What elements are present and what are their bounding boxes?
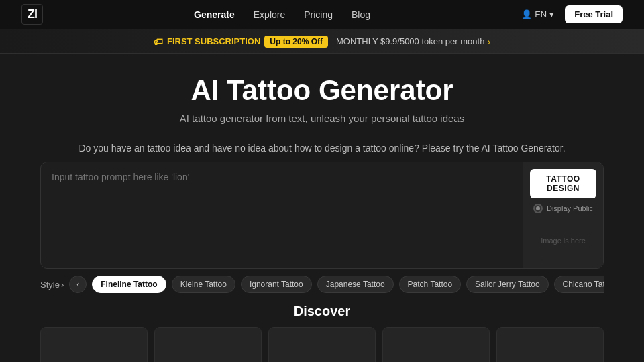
style-bar: Style › ‹ Fineline Tattoo Kleine Tattoo … [40, 269, 604, 293]
user-icon: 👤 [521, 9, 532, 19]
discover-card-3[interactable] [268, 327, 376, 362]
navbar: ZI Generate Explore Pricing Blog 👤 EN ▾ … [0, 0, 644, 29]
hero-section: AI Tattoo Generator AI tattoo generator … [0, 54, 644, 135]
discover-grid [40, 327, 604, 362]
promo-badge: Up to 20% Off [264, 36, 328, 48]
style-chip-chicano[interactable]: Chicano Tattoo [554, 276, 604, 293]
logo-text: ZI [28, 7, 37, 21]
style-chip-japanese[interactable]: Japanese Tattoo [317, 276, 394, 293]
discover-section: Discover [0, 293, 644, 362]
style-label: Style › [40, 280, 64, 290]
chevron-right-icon: › [61, 280, 64, 290]
radio-inner [536, 206, 540, 210]
hero-title: AI Tattoo Generator [13, 75, 631, 106]
style-chip-patch[interactable]: Patch Tattoo [399, 276, 462, 293]
image-placeholder-text: Image is here [541, 237, 586, 245]
promo-banner: 🏷 FIRST SUBSCRIPTION Up to 20% Off MONTH… [0, 29, 644, 54]
generator-section: Do you have an tattoo idea and have no i… [0, 135, 644, 293]
nav-generate[interactable]: Generate [194, 9, 235, 20]
promo-right[interactable]: MONTHLY $9.9/5000 token per month › [336, 36, 490, 47]
nav-pricing[interactable]: Pricing [304, 9, 333, 20]
promo-left: 🏷 FIRST SUBSCRIPTION Up to 20% Off [154, 36, 328, 48]
image-placeholder: Image is here [541, 220, 586, 261]
style-chip-fineline[interactable]: Fineline Tattoo [92, 276, 166, 293]
free-trial-button[interactable]: Free Trial [565, 5, 623, 23]
nav-blog[interactable]: Blog [352, 9, 370, 20]
generate-panel: TATTOO DESIGN Display Public Image is he… [523, 162, 603, 268]
generator-question: Do you have an tattoo idea and have no i… [40, 143, 604, 154]
style-chip-kleine[interactable]: Kleine Tattoo [172, 276, 235, 293]
display-public-label: Display Public [547, 204, 593, 213]
generate-button[interactable]: TATTOO DESIGN [530, 169, 596, 198]
prompt-input[interactable] [52, 172, 512, 259]
lang-selector[interactable]: 👤 EN ▾ [521, 9, 554, 19]
logo: ZI [21, 4, 43, 25]
prompt-area [41, 162, 523, 268]
nav-links: Generate Explore Pricing Blog [194, 9, 370, 20]
discover-card-1[interactable] [40, 327, 148, 362]
style-scroll-left[interactable]: ‹ [69, 276, 87, 293]
display-public-row: Display Public [533, 204, 593, 213]
discover-card-5[interactable] [496, 327, 604, 362]
style-chip-ignorant[interactable]: Ignorant Tattoo [241, 276, 312, 293]
chevron-down-icon: ▾ [549, 9, 554, 19]
discover-card-2[interactable] [154, 327, 262, 362]
hero-subtitle: AI tattoo generator from text, unleash y… [13, 113, 631, 124]
style-chip-sailor[interactable]: Sailor Jerry Tattoo [466, 276, 549, 293]
discover-card-4[interactable] [382, 327, 490, 362]
nav-explore[interactable]: Explore [254, 9, 285, 20]
subscription-label: FIRST SUBSCRIPTION [167, 36, 260, 46]
monthly-text: MONTHLY $9.9/5000 token per month [336, 36, 484, 46]
display-public-radio[interactable] [533, 204, 543, 213]
discover-title: Discover [40, 304, 604, 319]
nav-right: 👤 EN ▾ Free Trial [521, 5, 623, 23]
promo-chevron-icon: › [487, 36, 490, 47]
tag-icon: 🏷 [154, 36, 163, 47]
generator-box: TATTOO DESIGN Display Public Image is he… [40, 162, 604, 269]
lang-label: EN [535, 9, 547, 19]
